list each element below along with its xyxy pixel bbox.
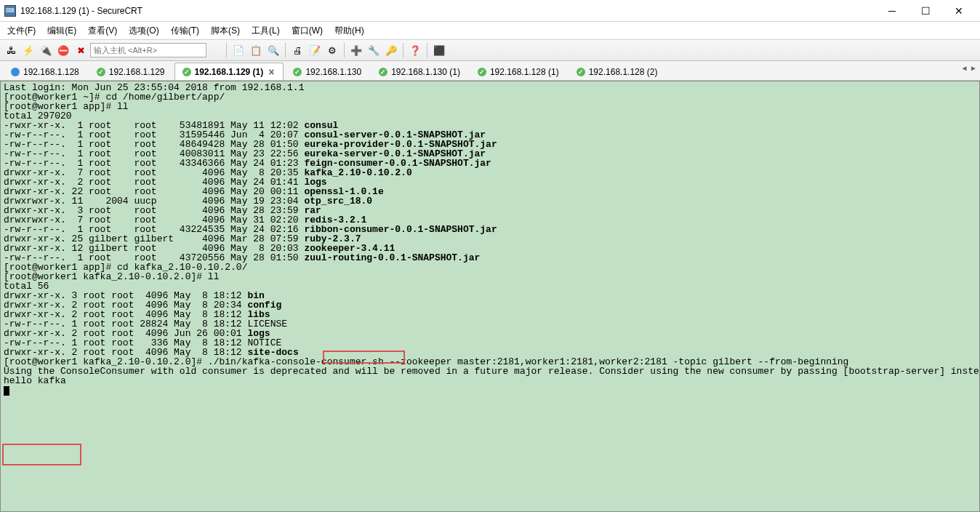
status-icon xyxy=(577,68,585,76)
app-icon: ⌨ xyxy=(4,5,16,17)
menu-help[interactable]: 帮助(H) xyxy=(330,23,369,39)
print-icon[interactable]: 🖨 xyxy=(289,42,305,58)
cancel-icon[interactable]: ✖ xyxy=(73,42,89,58)
window-controls: ─ ☐ ✕ xyxy=(875,1,976,21)
terminal[interactable]: Last login: Mon Jun 25 23:55:04 2018 fro… xyxy=(0,81,980,512)
tab-label: 192.168.1.128 xyxy=(23,67,79,77)
reconnect-icon[interactable]: 🔌 xyxy=(38,42,54,58)
tab-1[interactable]: 192.168.1.129 xyxy=(89,63,173,80)
menu-edit[interactable]: 编辑(E) xyxy=(43,23,81,39)
host-input[interactable] xyxy=(90,43,206,57)
close-tab-icon[interactable]: × xyxy=(267,66,276,78)
menu-view[interactable]: 查看(V) xyxy=(84,23,121,39)
tab-2[interactable]: 192.168.1.129 (1)× xyxy=(174,63,284,80)
minimize-button[interactable]: ─ xyxy=(875,1,909,21)
window-title: 192.168.1.129 (1) - SecureCRT xyxy=(20,6,875,16)
tab-3[interactable]: 192.168.1.130 xyxy=(285,63,369,80)
tab-label: 192.168.1.130 (1) xyxy=(391,67,460,77)
settings-icon[interactable]: ⚙ xyxy=(324,42,340,58)
menubar: 文件(F) 编辑(E) 查看(V) 选项(O) 传输(T) 脚本(S) 工具(L… xyxy=(0,22,980,39)
paste-icon[interactable]: 📋 xyxy=(248,42,264,58)
cursor xyxy=(4,386,9,396)
menu-tools[interactable]: 工具(L) xyxy=(247,23,284,39)
menu-window[interactable]: 窗口(W) xyxy=(287,23,327,39)
titlebar: ⌨ 192.168.1.129 (1) - SecureCRT ─ ☐ ✕ xyxy=(0,0,980,22)
new-tab-icon[interactable]: ➕ xyxy=(348,42,364,58)
close-button[interactable]: ✕ xyxy=(942,1,976,21)
status-icon xyxy=(293,68,302,76)
status-icon xyxy=(379,68,387,76)
status-icon xyxy=(478,68,486,76)
tab-label: 192.168.1.129 xyxy=(109,67,165,77)
find-icon[interactable]: 🔍 xyxy=(265,42,281,58)
tab-5[interactable]: 192.168.1.128 (1) xyxy=(470,63,567,80)
tabbar: 192.168.1.128 192.168.1.129 192.168.1.12… xyxy=(0,61,980,81)
tab-6[interactable]: 192.168.1.128 (2) xyxy=(569,63,666,80)
tab-label: 192.168.1.128 (1) xyxy=(490,67,559,77)
tab-label: 192.168.1.129 (1) xyxy=(195,67,264,77)
tab-label: 192.168.1.128 (2) xyxy=(589,67,658,77)
status-icon xyxy=(11,68,20,76)
help-icon[interactable]: ❓ xyxy=(407,42,423,58)
tab-0[interactable]: 192.168.1.128 xyxy=(3,63,87,80)
annotation-box-2 xyxy=(2,444,81,465)
toolbar: 🖧 ⚡ 🔌 ⛔ ✖ 📄 📋 🔍 🖨 📝 ⚙ ➕ 🔧 🔑 ❓ ⬛ xyxy=(0,39,980,61)
menu-script[interactable]: 脚本(S) xyxy=(206,23,244,39)
options-icon[interactable]: 🔧 xyxy=(366,42,382,58)
menu-transfer[interactable]: 传输(T) xyxy=(166,23,204,39)
tab-scroll-arrows[interactable]: ◄ ► xyxy=(960,64,977,72)
status-icon xyxy=(97,68,105,76)
quick-connect-icon[interactable]: ⚡ xyxy=(20,42,36,58)
maximize-button[interactable]: ☐ xyxy=(909,1,942,21)
disconnect-icon[interactable]: ⛔ xyxy=(55,42,71,58)
tab-4[interactable]: 192.168.1.130 (1) xyxy=(371,63,468,80)
toggle-icon[interactable]: ⬛ xyxy=(431,42,447,58)
connect-icon[interactable]: 🖧 xyxy=(3,42,19,58)
menu-file[interactable]: 文件(F) xyxy=(3,23,40,39)
log-icon[interactable]: 📝 xyxy=(307,42,323,58)
status-icon xyxy=(182,68,191,76)
menu-options[interactable]: 选项(O) xyxy=(124,23,163,39)
copy-icon[interactable]: 📄 xyxy=(230,42,246,58)
key-icon[interactable]: 🔑 xyxy=(383,42,399,58)
tab-label: 192.168.1.130 xyxy=(305,67,361,77)
